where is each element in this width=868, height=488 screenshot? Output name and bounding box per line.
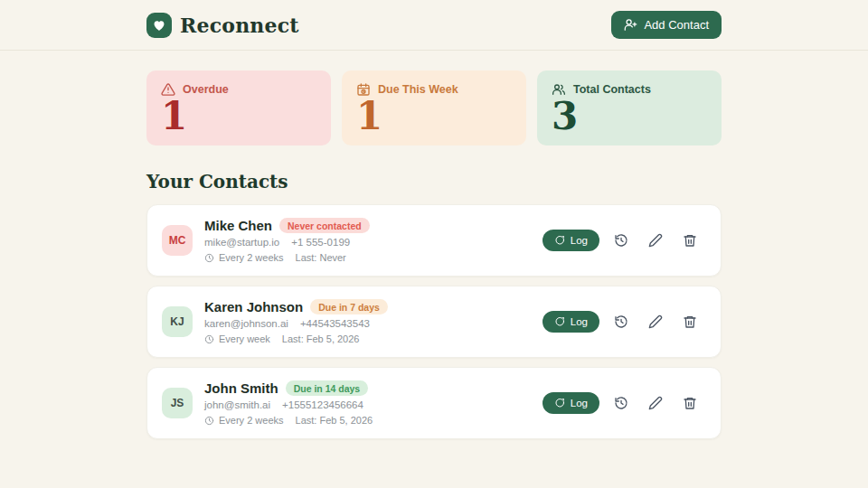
avatar: KJ xyxy=(162,306,193,337)
contact-last: Last: Never xyxy=(296,252,346,263)
edit-button[interactable] xyxy=(643,390,668,416)
stat-label: Overdue xyxy=(183,83,229,96)
log-button-label: Log xyxy=(571,316,588,327)
chat-bubble-icon xyxy=(554,235,565,246)
log-button-label: Log xyxy=(571,235,588,246)
heart-logo-icon xyxy=(146,13,172,38)
trash-icon xyxy=(683,314,697,329)
contact-frequency: Every week xyxy=(219,333,270,344)
delete-button[interactable] xyxy=(677,228,703,253)
history-button[interactable] xyxy=(609,309,634,334)
chat-bubble-icon xyxy=(554,398,565,408)
app-header: Reconnect Add Contact xyxy=(0,0,868,51)
trash-icon xyxy=(683,396,697,410)
contact-phone: +1 555-0199 xyxy=(291,237,350,248)
trash-icon xyxy=(683,233,697,248)
contact-list: MC Mike Chen Never contacted mike@startu… xyxy=(146,204,722,439)
status-badge: Due in 7 days xyxy=(310,299,388,314)
contact-last: Last: Feb 5, 2026 xyxy=(296,415,373,426)
stat-label: Total Contacts xyxy=(573,83,651,96)
log-button[interactable]: Log xyxy=(542,392,599,414)
stat-label: Due This Week xyxy=(378,83,458,96)
add-contact-label: Add Contact xyxy=(644,18,709,32)
contact-name: Karen Johnson xyxy=(204,299,303,314)
pencil-icon xyxy=(648,314,663,329)
stat-value: 1 xyxy=(356,98,512,136)
delete-button[interactable] xyxy=(677,390,703,416)
user-plus-icon xyxy=(624,18,637,32)
contact-card-mike-chen: MC Mike Chen Never contacted mike@startu… xyxy=(146,204,722,277)
avatar: MC xyxy=(162,225,193,256)
chat-bubble-icon xyxy=(554,316,565,327)
log-button-label: Log xyxy=(571,398,588,408)
contact-frequency: Every 2 weeks xyxy=(219,415,284,426)
contact-last: Last: Feb 5, 2026 xyxy=(282,333,360,344)
contact-phone: +44543543543 xyxy=(300,318,370,329)
stat-card-total-contacts: Total Contacts 3 xyxy=(537,70,722,145)
clock-icon xyxy=(204,334,214,344)
contact-name: Mike Chen xyxy=(204,218,272,233)
contact-card-karen-johnson: KJ Karen Johnson Due in 7 days karen@joh… xyxy=(146,286,722,358)
contact-frequency: Every 2 weeks xyxy=(219,252,284,263)
contact-phone: +1555123456664 xyxy=(282,399,363,410)
stats-row: Overdue 1 Due This Week 1 xyxy=(146,70,722,145)
history-button[interactable] xyxy=(609,228,634,253)
clock-icon xyxy=(204,416,214,426)
contact-email: karen@johnson.ai xyxy=(204,318,288,329)
app-title: Reconnect xyxy=(180,14,299,37)
status-badge: Never contacted xyxy=(279,218,370,233)
log-button[interactable]: Log xyxy=(542,230,599,251)
history-icon xyxy=(614,233,628,248)
add-contact-button[interactable]: Add Contact xyxy=(611,11,722,39)
contact-email: john@smith.ai xyxy=(204,399,270,410)
edit-button[interactable] xyxy=(643,228,668,253)
contact-card-john-smith: JS John Smith Due in 14 days john@smith.… xyxy=(146,367,722,439)
history-button[interactable] xyxy=(609,390,634,416)
stat-value: 1 xyxy=(161,98,316,136)
stat-card-due-this-week: Due This Week 1 xyxy=(342,70,526,145)
stat-card-overdue: Overdue 1 xyxy=(146,70,331,145)
clock-icon xyxy=(204,253,214,263)
log-button[interactable]: Log xyxy=(542,311,599,333)
pencil-icon xyxy=(648,396,663,410)
status-badge: Due in 14 days xyxy=(286,380,369,396)
avatar: JS xyxy=(162,388,193,418)
contact-name: John Smith xyxy=(204,380,278,396)
pencil-icon xyxy=(648,233,663,248)
history-icon xyxy=(614,396,628,410)
history-icon xyxy=(614,314,628,329)
contact-email: mike@startup.io xyxy=(204,237,279,248)
delete-button[interactable] xyxy=(677,309,703,334)
contacts-section-heading: Your Contacts xyxy=(146,171,722,192)
edit-button[interactable] xyxy=(643,309,668,334)
main-content: Overdue 1 Due This Week 1 xyxy=(146,70,722,439)
stat-value: 3 xyxy=(552,98,707,136)
